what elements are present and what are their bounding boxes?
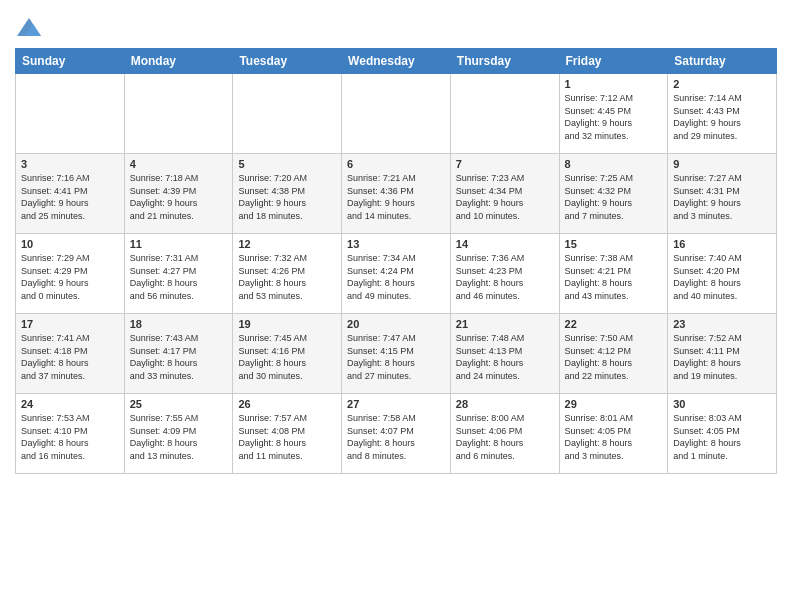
day-number: 4 xyxy=(130,158,228,170)
day-info: Sunrise: 7:18 AM Sunset: 4:39 PM Dayligh… xyxy=(130,172,228,222)
day-number: 26 xyxy=(238,398,336,410)
day-cell: 24Sunrise: 7:53 AM Sunset: 4:10 PM Dayli… xyxy=(16,394,125,474)
day-cell: 18Sunrise: 7:43 AM Sunset: 4:17 PM Dayli… xyxy=(124,314,233,394)
week-row-5: 24Sunrise: 7:53 AM Sunset: 4:10 PM Dayli… xyxy=(16,394,777,474)
day-number: 11 xyxy=(130,238,228,250)
day-number: 13 xyxy=(347,238,445,250)
day-info: Sunrise: 7:43 AM Sunset: 4:17 PM Dayligh… xyxy=(130,332,228,382)
day-info: Sunrise: 7:23 AM Sunset: 4:34 PM Dayligh… xyxy=(456,172,554,222)
day-number: 14 xyxy=(456,238,554,250)
day-cell: 14Sunrise: 7:36 AM Sunset: 4:23 PM Dayli… xyxy=(450,234,559,314)
day-info: Sunrise: 7:31 AM Sunset: 4:27 PM Dayligh… xyxy=(130,252,228,302)
calendar-table: SundayMondayTuesdayWednesdayThursdayFrid… xyxy=(15,48,777,474)
day-info: Sunrise: 7:48 AM Sunset: 4:13 PM Dayligh… xyxy=(456,332,554,382)
day-info: Sunrise: 7:21 AM Sunset: 4:36 PM Dayligh… xyxy=(347,172,445,222)
day-number: 1 xyxy=(565,78,663,90)
day-cell: 25Sunrise: 7:55 AM Sunset: 4:09 PM Dayli… xyxy=(124,394,233,474)
day-info: Sunrise: 7:29 AM Sunset: 4:29 PM Dayligh… xyxy=(21,252,119,302)
day-info: Sunrise: 7:38 AM Sunset: 4:21 PM Dayligh… xyxy=(565,252,663,302)
day-number: 16 xyxy=(673,238,771,250)
day-number: 27 xyxy=(347,398,445,410)
day-number: 12 xyxy=(238,238,336,250)
day-cell: 29Sunrise: 8:01 AM Sunset: 4:05 PM Dayli… xyxy=(559,394,668,474)
day-number: 23 xyxy=(673,318,771,330)
day-info: Sunrise: 7:16 AM Sunset: 4:41 PM Dayligh… xyxy=(21,172,119,222)
day-cell: 15Sunrise: 7:38 AM Sunset: 4:21 PM Dayli… xyxy=(559,234,668,314)
day-info: Sunrise: 7:20 AM Sunset: 4:38 PM Dayligh… xyxy=(238,172,336,222)
day-number: 9 xyxy=(673,158,771,170)
day-cell: 5Sunrise: 7:20 AM Sunset: 4:38 PM Daylig… xyxy=(233,154,342,234)
day-info: Sunrise: 8:03 AM Sunset: 4:05 PM Dayligh… xyxy=(673,412,771,462)
day-cell: 9Sunrise: 7:27 AM Sunset: 4:31 PM Daylig… xyxy=(668,154,777,234)
day-cell: 16Sunrise: 7:40 AM Sunset: 4:20 PM Dayli… xyxy=(668,234,777,314)
page: SundayMondayTuesdayWednesdayThursdayFrid… xyxy=(0,0,792,612)
day-cell: 17Sunrise: 7:41 AM Sunset: 4:18 PM Dayli… xyxy=(16,314,125,394)
day-cell xyxy=(16,74,125,154)
day-cell: 2Sunrise: 7:14 AM Sunset: 4:43 PM Daylig… xyxy=(668,74,777,154)
day-number: 18 xyxy=(130,318,228,330)
day-cell: 3Sunrise: 7:16 AM Sunset: 4:41 PM Daylig… xyxy=(16,154,125,234)
day-number: 10 xyxy=(21,238,119,250)
day-cell: 26Sunrise: 7:57 AM Sunset: 4:08 PM Dayli… xyxy=(233,394,342,474)
day-number: 8 xyxy=(565,158,663,170)
day-info: Sunrise: 7:27 AM Sunset: 4:31 PM Dayligh… xyxy=(673,172,771,222)
weekday-header-thursday: Thursday xyxy=(450,49,559,74)
day-number: 30 xyxy=(673,398,771,410)
day-number: 15 xyxy=(565,238,663,250)
week-row-3: 10Sunrise: 7:29 AM Sunset: 4:29 PM Dayli… xyxy=(16,234,777,314)
day-info: Sunrise: 7:55 AM Sunset: 4:09 PM Dayligh… xyxy=(130,412,228,462)
weekday-header-friday: Friday xyxy=(559,49,668,74)
day-number: 20 xyxy=(347,318,445,330)
day-info: Sunrise: 8:00 AM Sunset: 4:06 PM Dayligh… xyxy=(456,412,554,462)
day-number: 21 xyxy=(456,318,554,330)
logo xyxy=(15,14,45,42)
week-row-2: 3Sunrise: 7:16 AM Sunset: 4:41 PM Daylig… xyxy=(16,154,777,234)
day-number: 5 xyxy=(238,158,336,170)
day-info: Sunrise: 8:01 AM Sunset: 4:05 PM Dayligh… xyxy=(565,412,663,462)
day-info: Sunrise: 7:58 AM Sunset: 4:07 PM Dayligh… xyxy=(347,412,445,462)
weekday-header-sunday: Sunday xyxy=(16,49,125,74)
day-cell: 11Sunrise: 7:31 AM Sunset: 4:27 PM Dayli… xyxy=(124,234,233,314)
day-cell: 27Sunrise: 7:58 AM Sunset: 4:07 PM Dayli… xyxy=(342,394,451,474)
day-number: 24 xyxy=(21,398,119,410)
day-cell: 23Sunrise: 7:52 AM Sunset: 4:11 PM Dayli… xyxy=(668,314,777,394)
day-number: 22 xyxy=(565,318,663,330)
day-info: Sunrise: 7:36 AM Sunset: 4:23 PM Dayligh… xyxy=(456,252,554,302)
header xyxy=(15,10,777,42)
day-cell: 1Sunrise: 7:12 AM Sunset: 4:45 PM Daylig… xyxy=(559,74,668,154)
weekday-header-tuesday: Tuesday xyxy=(233,49,342,74)
day-cell: 20Sunrise: 7:47 AM Sunset: 4:15 PM Dayli… xyxy=(342,314,451,394)
day-cell xyxy=(450,74,559,154)
day-info: Sunrise: 7:34 AM Sunset: 4:24 PM Dayligh… xyxy=(347,252,445,302)
day-info: Sunrise: 7:41 AM Sunset: 4:18 PM Dayligh… xyxy=(21,332,119,382)
day-number: 2 xyxy=(673,78,771,90)
day-info: Sunrise: 7:50 AM Sunset: 4:12 PM Dayligh… xyxy=(565,332,663,382)
day-cell: 6Sunrise: 7:21 AM Sunset: 4:36 PM Daylig… xyxy=(342,154,451,234)
week-row-4: 17Sunrise: 7:41 AM Sunset: 4:18 PM Dayli… xyxy=(16,314,777,394)
day-number: 6 xyxy=(347,158,445,170)
day-number: 3 xyxy=(21,158,119,170)
day-info: Sunrise: 7:40 AM Sunset: 4:20 PM Dayligh… xyxy=(673,252,771,302)
day-cell: 10Sunrise: 7:29 AM Sunset: 4:29 PM Dayli… xyxy=(16,234,125,314)
day-info: Sunrise: 7:45 AM Sunset: 4:16 PM Dayligh… xyxy=(238,332,336,382)
day-info: Sunrise: 7:12 AM Sunset: 4:45 PM Dayligh… xyxy=(565,92,663,142)
calendar-header-row: SundayMondayTuesdayWednesdayThursdayFrid… xyxy=(16,49,777,74)
day-number: 17 xyxy=(21,318,119,330)
day-info: Sunrise: 7:25 AM Sunset: 4:32 PM Dayligh… xyxy=(565,172,663,222)
day-number: 28 xyxy=(456,398,554,410)
day-info: Sunrise: 7:57 AM Sunset: 4:08 PM Dayligh… xyxy=(238,412,336,462)
week-row-1: 1Sunrise: 7:12 AM Sunset: 4:45 PM Daylig… xyxy=(16,74,777,154)
day-number: 25 xyxy=(130,398,228,410)
day-cell: 30Sunrise: 8:03 AM Sunset: 4:05 PM Dayli… xyxy=(668,394,777,474)
logo-icon xyxy=(15,14,43,42)
day-info: Sunrise: 7:32 AM Sunset: 4:26 PM Dayligh… xyxy=(238,252,336,302)
day-cell: 4Sunrise: 7:18 AM Sunset: 4:39 PM Daylig… xyxy=(124,154,233,234)
day-number: 19 xyxy=(238,318,336,330)
day-cell xyxy=(342,74,451,154)
calendar-body: 1Sunrise: 7:12 AM Sunset: 4:45 PM Daylig… xyxy=(16,74,777,474)
day-cell: 21Sunrise: 7:48 AM Sunset: 4:13 PM Dayli… xyxy=(450,314,559,394)
day-info: Sunrise: 7:14 AM Sunset: 4:43 PM Dayligh… xyxy=(673,92,771,142)
day-cell xyxy=(233,74,342,154)
day-number: 7 xyxy=(456,158,554,170)
day-number: 29 xyxy=(565,398,663,410)
